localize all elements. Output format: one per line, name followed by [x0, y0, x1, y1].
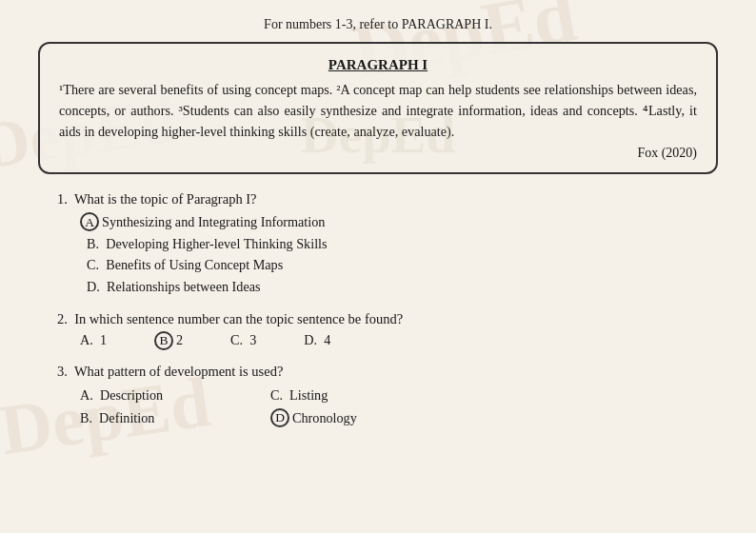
- q1-option-b[interactable]: B. Developing Higher-level Thinking Skil…: [80, 233, 718, 255]
- q2-text-c: 3: [249, 332, 256, 348]
- paragraph-title: PARAGRAPH I: [59, 57, 697, 73]
- q3-text-a: Description: [100, 384, 163, 406]
- q3-options: A. Description C. Listing B. Definition …: [57, 384, 718, 429]
- q2-label-c: C.: [230, 332, 249, 348]
- paragraph-source: Fox (2020): [59, 146, 697, 161]
- q3-label-a: A.: [80, 384, 100, 406]
- q1-option-a[interactable]: A Synthesizing and Integrating Informati…: [80, 211, 718, 233]
- q3-question: What pattern of development is used?: [74, 364, 283, 379]
- q1-label-b: B.: [80, 233, 106, 255]
- question-1-text: 1. What is the topic of Paragraph I?: [57, 191, 718, 207]
- q1-circle-a: A: [80, 212, 99, 231]
- q1-label-a: Synthesizing and Integrating Information: [102, 211, 325, 233]
- q1-text-d: Relationships between Ideas: [107, 276, 261, 298]
- instruction-text: For numbers 1-3, refer to PARAGRAPH I.: [38, 17, 718, 32]
- question-2-text: 2. In which sentence number can the topi…: [57, 311, 718, 327]
- q3-option-d[interactable]: D Chronology: [270, 406, 461, 429]
- q1-label-d: D.: [80, 276, 107, 298]
- q3-option-c[interactable]: C. Listing: [270, 384, 461, 406]
- q2-options: A. 1 B 2 C. 3 D. 4: [57, 331, 718, 350]
- q3-text-d: Chronology: [292, 406, 357, 429]
- q2-option-a[interactable]: A. 1: [80, 332, 107, 348]
- q2-option-d[interactable]: D. 4: [304, 332, 330, 348]
- q2-option-c[interactable]: C. 3: [230, 332, 256, 348]
- question-3: 3. What pattern of development is used? …: [57, 364, 718, 429]
- q2-question: In which sentence number can the topic s…: [74, 311, 403, 326]
- q3-option-a[interactable]: A. Description: [80, 384, 270, 406]
- question-1: 1. What is the topic of Paragraph I? A S…: [57, 191, 718, 298]
- q1-number: 1.: [57, 191, 68, 207]
- paragraph-box: DepEd PARAGRAPH I ¹There are several ben…: [38, 42, 718, 174]
- q3-label-b: B.: [80, 406, 99, 429]
- q2-number: 2.: [57, 311, 68, 326]
- q2-label-a: A.: [80, 332, 100, 348]
- q1-question: What is the topic of Paragraph I?: [74, 191, 257, 207]
- question-2: 2. In which sentence number can the topi…: [57, 311, 718, 350]
- q2-label-d: D.: [304, 332, 324, 348]
- q1-text-c: Benefits of Using Concept Maps: [106, 254, 283, 276]
- q3-number: 3.: [57, 364, 68, 379]
- q3-circle-d: D: [270, 408, 289, 427]
- q3-text-c: Listing: [289, 384, 328, 406]
- q1-text-b: Developing Higher-level Thinking Skills: [106, 233, 327, 255]
- q2-text-b: 2: [176, 332, 183, 348]
- q2-circle-b: B: [154, 331, 173, 350]
- q2-option-b[interactable]: B 2: [154, 331, 183, 350]
- q3-option-b[interactable]: B. Definition: [80, 406, 270, 429]
- q2-text-a: 1: [100, 332, 107, 348]
- q1-label-c: C.: [80, 254, 106, 276]
- q2-text-d: 4: [324, 332, 330, 348]
- q1-option-d[interactable]: D. Relationships between Ideas: [80, 276, 718, 298]
- paragraph-body: ¹There are several benefits of using con…: [59, 79, 697, 142]
- questions-section: 1. What is the topic of Paragraph I? A S…: [38, 191, 718, 429]
- q3-label-c: C.: [270, 384, 289, 406]
- q1-option-c[interactable]: C. Benefits of Using Concept Maps: [80, 254, 718, 276]
- q1-options: A Synthesizing and Integrating Informati…: [57, 211, 718, 298]
- q3-text-b: Definition: [99, 406, 154, 429]
- question-3-text: 3. What pattern of development is used?: [57, 364, 718, 380]
